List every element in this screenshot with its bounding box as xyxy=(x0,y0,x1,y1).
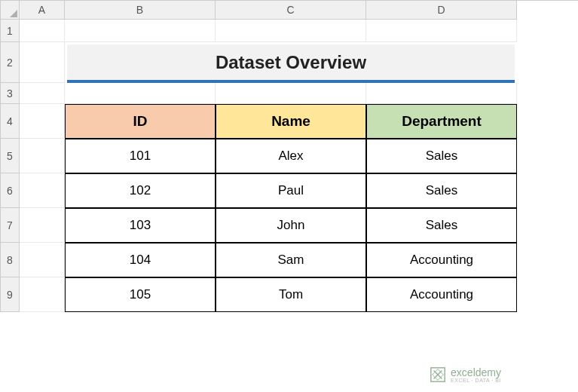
table-header-name[interactable]: Name xyxy=(216,104,366,139)
row-header-1[interactable]: 1 xyxy=(1,20,20,42)
cell-A6[interactable] xyxy=(20,173,65,208)
cell-D3[interactable] xyxy=(366,83,517,104)
cell-A1[interactable] xyxy=(20,20,65,42)
table-row[interactable]: 101 xyxy=(65,139,216,173)
watermark: exceldemy EXCEL · DATA · BI xyxy=(430,366,501,383)
table-header-id[interactable]: ID xyxy=(65,104,216,139)
col-header-B[interactable]: B xyxy=(65,1,216,20)
row-header-7[interactable]: 7 xyxy=(1,208,20,243)
col-header-C[interactable]: C xyxy=(216,1,366,20)
dataset-title[interactable]: Dataset Overview xyxy=(67,44,515,83)
cell-A5[interactable] xyxy=(20,139,65,173)
table-row[interactable]: Tom xyxy=(216,277,366,312)
table-row[interactable]: 104 xyxy=(65,243,216,277)
row-header-6[interactable]: 6 xyxy=(1,173,20,208)
row-header-9[interactable]: 9 xyxy=(1,277,20,312)
row-header-5[interactable]: 5 xyxy=(1,139,20,173)
table-row[interactable]: 103 xyxy=(65,208,216,243)
cell-A4[interactable] xyxy=(20,104,65,139)
table-row[interactable]: Accounting xyxy=(366,243,517,277)
table-row[interactable]: Sales xyxy=(366,173,517,208)
table-row[interactable]: 105 xyxy=(65,277,216,312)
cell-C3[interactable] xyxy=(216,83,366,104)
row-header-8[interactable]: 8 xyxy=(1,243,20,277)
cell-A3[interactable] xyxy=(20,83,65,104)
table-row[interactable]: John xyxy=(216,208,366,243)
select-all-cell[interactable] xyxy=(1,1,20,20)
row-header-4[interactable]: 4 xyxy=(1,104,20,139)
table-row[interactable]: Alex xyxy=(216,139,366,173)
spreadsheet-grid: A B C D 1 2 Dataset Overview 3 4 ID Name… xyxy=(0,0,578,312)
cell-B3[interactable] xyxy=(65,83,216,104)
col-header-A[interactable]: A xyxy=(20,1,65,20)
table-row[interactable]: Sam xyxy=(216,243,366,277)
table-row[interactable]: Accounting xyxy=(366,277,517,312)
watermark-sub: EXCEL · DATA · BI xyxy=(451,378,501,383)
table-header-department[interactable]: Department xyxy=(366,104,517,139)
watermark-text: exceldemy EXCEL · DATA · BI xyxy=(451,367,501,383)
cell-A7[interactable] xyxy=(20,208,65,243)
row-header-2[interactable]: 2 xyxy=(1,42,20,83)
table-row[interactable]: 102 xyxy=(65,173,216,208)
table-row[interactable]: Paul xyxy=(216,173,366,208)
cell-A9[interactable] xyxy=(20,277,65,312)
row-header-3[interactable]: 3 xyxy=(1,83,20,104)
table-row[interactable]: Sales xyxy=(366,208,517,243)
cell-D1[interactable] xyxy=(366,20,517,42)
cell-B1[interactable] xyxy=(65,20,216,42)
watermark-main: exceldemy xyxy=(451,367,501,378)
cell-A8[interactable] xyxy=(20,243,65,277)
col-header-D[interactable]: D xyxy=(366,1,517,20)
table-row[interactable]: Sales xyxy=(366,139,517,173)
cell-C1[interactable] xyxy=(216,20,366,42)
cell-A2[interactable] xyxy=(20,42,65,83)
exceldemy-logo-icon xyxy=(430,366,446,383)
